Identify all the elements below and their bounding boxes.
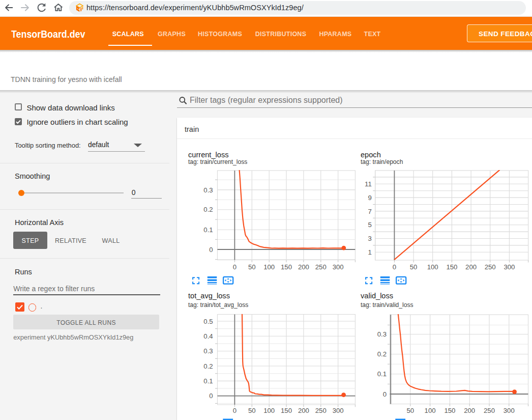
svg-text:250: 250 <box>315 407 327 414</box>
svg-text:0: 0 <box>233 263 237 271</box>
svg-text:11: 11 <box>365 180 372 188</box>
svg-text:250: 250 <box>484 407 495 414</box>
svg-text:tag: train/tot_avg_loss: tag: train/tot_avg_loss <box>188 301 248 309</box>
svg-text:150: 150 <box>281 407 292 414</box>
svg-text:250: 250 <box>315 263 327 271</box>
svg-text:100: 100 <box>427 263 438 271</box>
svg-text:50: 50 <box>410 263 418 271</box>
svg-text:300: 300 <box>504 263 515 271</box>
svg-text:300: 300 <box>504 407 515 414</box>
svg-text:valid_loss: valid_loss <box>361 292 393 300</box>
svg-text:0.5: 0.5 <box>203 318 213 325</box>
svg-text:https://tensorboard.dev/experi: https://tensorboard.dev/experiment/yKUbh… <box>86 4 304 12</box>
svg-text:200: 200 <box>465 263 477 271</box>
svg-text:0.2: 0.2 <box>203 362 213 370</box>
svg-text:tag: train/valid_loss: tag: train/valid_loss <box>361 301 413 309</box>
svg-text:150: 150 <box>446 263 457 271</box>
svg-text:epoch: epoch <box>361 151 381 159</box>
svg-text:100: 100 <box>263 407 275 414</box>
svg-text:0.2: 0.2 <box>377 350 387 358</box>
svg-text:0: 0 <box>233 407 237 414</box>
svg-text:200: 200 <box>298 407 309 414</box>
svg-text:current_loss: current_loss <box>188 151 229 159</box>
svg-text:300: 300 <box>333 263 344 271</box>
svg-text:7: 7 <box>368 208 371 215</box>
svg-text:3: 3 <box>368 235 371 242</box>
svg-text:200: 200 <box>464 407 475 414</box>
svg-text:50: 50 <box>248 263 256 271</box>
svg-text:0: 0 <box>209 392 213 400</box>
svg-text:tag: train/current_loss: tag: train/current_loss <box>188 158 247 165</box>
svg-text:0: 0 <box>383 390 387 398</box>
svg-text:1: 1 <box>368 248 371 256</box>
svg-text:tag: train/epoch: tag: train/epoch <box>361 158 403 165</box>
svg-text:0.2: 0.2 <box>203 206 213 213</box>
svg-text:250: 250 <box>485 263 496 271</box>
svg-text:5: 5 <box>368 221 371 229</box>
svg-text:9: 9 <box>368 194 371 202</box>
svg-text:150: 150 <box>444 407 455 414</box>
svg-text:0.1: 0.1 <box>377 370 387 378</box>
svg-text:0.1: 0.1 <box>203 377 213 385</box>
svg-text:0: 0 <box>209 246 213 254</box>
svg-text:100: 100 <box>263 263 275 271</box>
svg-text:0.1: 0.1 <box>203 226 213 234</box>
svg-text:50: 50 <box>406 407 414 414</box>
svg-text:0.3: 0.3 <box>203 347 213 355</box>
svg-text:200: 200 <box>298 263 309 271</box>
svg-text:0: 0 <box>393 263 396 271</box>
svg-text:100: 100 <box>425 407 436 414</box>
svg-text:50: 50 <box>248 407 256 414</box>
svg-text:0.3: 0.3 <box>377 330 387 338</box>
svg-text:tot_avg_loss: tot_avg_loss <box>188 292 230 300</box>
svg-text:0.3: 0.3 <box>203 186 213 194</box>
svg-text:300: 300 <box>333 407 344 414</box>
svg-text:0.4: 0.4 <box>203 332 213 340</box>
svg-text:150: 150 <box>281 263 292 271</box>
